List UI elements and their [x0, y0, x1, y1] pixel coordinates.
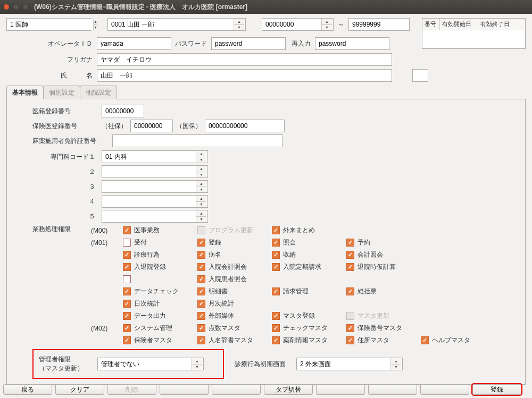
iseki-label: 医籍登録番号	[32, 107, 102, 116]
cb-nyuteiki[interactable]	[272, 263, 280, 271]
cb-taikari[interactable]	[346, 263, 354, 271]
cb-jusho[interactable]	[346, 336, 354, 344]
cb-shuno[interactable]	[272, 251, 280, 259]
cb-hokensha[interactable]	[123, 336, 131, 344]
opid-label: オペレータＩＤ	[38, 39, 97, 48]
dept4-select[interactable]: ▲▼	[102, 195, 208, 208]
cb-meisai[interactable]	[197, 287, 205, 295]
window-title: (W06)システム管理情報−職員情報設定 - 医療法人 オルカ医院 [ormas…	[34, 3, 247, 12]
cb-hokenban[interactable]	[346, 324, 354, 332]
admin-input[interactable]	[98, 358, 192, 370]
cb-soukatsu[interactable]	[346, 287, 354, 295]
date-from-input[interactable]	[262, 19, 321, 30]
dept1-select[interactable]: ▲▼	[102, 150, 208, 163]
pw-input[interactable]	[211, 37, 286, 50]
cb-touroku[interactable]	[197, 239, 205, 247]
cb-getuji[interactable]	[197, 300, 205, 308]
tab-basic[interactable]: 基本情報	[6, 86, 44, 99]
cb-help[interactable]	[421, 336, 429, 344]
up-icon[interactable]: ▲	[94, 19, 97, 24]
role-select[interactable]: ▲▼	[6, 18, 92, 31]
cb-tensu[interactable]	[197, 324, 205, 332]
name-input[interactable]	[97, 69, 392, 82]
cb-jinmei[interactable]	[197, 336, 205, 344]
m01-label: (M01)	[91, 239, 123, 247]
dept5-select[interactable]: ▲▼	[102, 210, 208, 223]
tab-switch-button[interactable]: タブ切替	[264, 384, 313, 395]
maximize-icon[interactable]	[22, 4, 29, 10]
pw-label: パスワード	[171, 39, 211, 48]
cb-blank[interactable]	[123, 275, 131, 283]
hoken-label: 保険医登録番号	[32, 122, 102, 131]
back-button[interactable]: 戻る	[3, 384, 52, 395]
cb-uketsuke[interactable]	[123, 239, 131, 247]
cb-nyutai[interactable]	[123, 263, 131, 271]
blank-small-input[interactable]	[412, 69, 428, 82]
history-list[interactable]: 番号 有効開始日 有効終了日	[422, 18, 526, 49]
staff-select[interactable]: ▲▼	[107, 18, 246, 31]
up-icon[interactable]: ▲	[322, 19, 332, 24]
cb-yoyaku[interactable]	[346, 239, 354, 247]
admin-select[interactable]: ▲▼	[97, 358, 204, 370]
cb-master[interactable]	[272, 312, 280, 320]
dept1-label: 専門科コード１	[32, 153, 102, 162]
init-select[interactable]: ▲▼	[296, 358, 403, 370]
kana-label: フリガナ	[38, 55, 97, 64]
mayaku-label: 麻薬施用者免許証番号	[32, 137, 112, 146]
cb-check[interactable]	[272, 324, 280, 332]
down-icon[interactable]: ▼	[234, 24, 244, 31]
opid-input[interactable]	[97, 37, 171, 50]
cb-shokai[interactable]	[272, 239, 280, 247]
b9[interactable]	[420, 384, 469, 395]
minimize-icon[interactable]	[13, 4, 19, 10]
cb-byomei[interactable]	[197, 251, 205, 259]
b8[interactable]	[368, 384, 417, 395]
cb-syskanri[interactable]	[123, 324, 131, 332]
b4[interactable]	[160, 384, 209, 395]
name-label: 氏 名	[38, 71, 97, 80]
cb-yakuzai[interactable]	[272, 336, 280, 344]
clear-button[interactable]: クリア	[55, 384, 104, 395]
cb-prog	[197, 226, 205, 234]
admin-l1: 管理者権限	[39, 355, 97, 364]
mayaku-input[interactable]	[112, 134, 282, 147]
staff-input[interactable]	[108, 19, 234, 30]
down-icon[interactable]: ▼	[322, 24, 332, 31]
cb-nyukanja[interactable]	[197, 275, 205, 283]
m00-label: (M00)	[91, 227, 123, 234]
cb-datacheck[interactable]	[123, 287, 131, 295]
dept4-label: ４	[32, 197, 102, 206]
cb-seikyu[interactable]	[272, 287, 280, 295]
kana-input[interactable]	[97, 53, 392, 66]
role-input[interactable]	[7, 19, 93, 30]
close-icon[interactable]	[3, 4, 10, 10]
koku-input[interactable]	[205, 120, 285, 132]
dept2-select[interactable]: ▲▼	[102, 165, 208, 178]
cb-shinryo[interactable]	[123, 251, 131, 259]
date-to-input[interactable]	[348, 18, 410, 31]
tab-tain[interactable]: 他院設定	[80, 86, 117, 99]
cb-nyukaikei[interactable]	[197, 263, 205, 271]
dept3-select[interactable]: ▲▼	[102, 180, 208, 193]
cb-kaikei[interactable]	[346, 251, 354, 259]
up-icon[interactable]: ▲	[234, 19, 244, 24]
pw2-input[interactable]	[315, 37, 389, 50]
date-from[interactable]: ▲▼	[262, 18, 334, 31]
cb-nichiji[interactable]	[123, 300, 131, 308]
cb-dataout[interactable]	[123, 312, 131, 320]
cb-gairai[interactable]	[272, 226, 280, 234]
col-no: 番号	[422, 19, 440, 30]
cb-gaibu[interactable]	[197, 312, 205, 320]
tab-kobetsu[interactable]: 個別設定	[43, 86, 80, 99]
dept2-label: ２	[32, 167, 102, 176]
perm-label: 業務処理権限	[32, 225, 91, 345]
init-input[interactable]	[297, 358, 390, 370]
m02-label: (M02)	[91, 325, 123, 332]
cb-iji[interactable]	[123, 226, 131, 234]
iseki-input[interactable]	[102, 105, 144, 117]
b5[interactable]	[212, 384, 261, 395]
sha-input[interactable]	[130, 120, 173, 132]
b7[interactable]	[316, 384, 365, 395]
down-icon[interactable]: ▼	[94, 24, 97, 31]
register-button[interactable]: 登録	[472, 384, 521, 395]
